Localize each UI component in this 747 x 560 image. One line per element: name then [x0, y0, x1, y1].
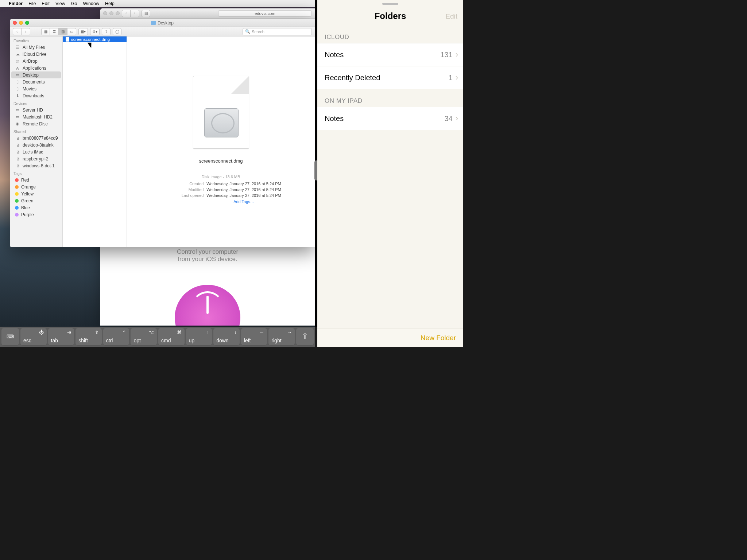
tags-button[interactable]: ◯ [113, 28, 121, 35]
view-icons-button[interactable]: ▦ [41, 28, 50, 35]
preview-meta-row: CreatedWednesday, January 27, 2016 at 5:… [160, 181, 281, 187]
file-row[interactable]: screensconnect.dmg [63, 36, 127, 42]
airdrop-icon: ◎ [15, 59, 20, 63]
disk-icon: ▭ [15, 115, 20, 119]
sidebar-item-documents[interactable]: ▯Documents [10, 78, 62, 85]
sidebar-item-all-my-files[interactable]: ☰All My Files [10, 44, 62, 51]
zoom-icon[interactable] [25, 21, 29, 25]
sidebar-item-macintosh-hd2[interactable]: ▭Macintosh HD2 [10, 113, 62, 120]
key-right[interactable]: →right [268, 328, 295, 346]
finder-titlebar[interactable]: Desktop [10, 19, 315, 27]
sidebar-shared-item[interactable]: 🖥raspberrypi-2 [10, 155, 62, 162]
disk-icon: ▭ [15, 108, 20, 112]
sidebar-shared-item[interactable]: 🖥Luc's iMac [10, 148, 62, 155]
drag-handle-icon[interactable] [382, 3, 398, 5]
menu-help[interactable]: Help [105, 1, 115, 6]
tag-dot-icon [15, 206, 19, 210]
new-folder-button[interactable]: New Folder [421, 334, 456, 342]
arrange-button[interactable]: ▦▾ [78, 28, 88, 35]
key-left[interactable]: ←left [241, 328, 267, 346]
safari-sidebar-button[interactable]: ▤ [142, 10, 150, 17]
key-esc[interactable]: ⏻esc [20, 328, 47, 346]
sidebar-shared-item[interactable]: 🖥windows-8-dot-1 [10, 162, 62, 169]
key-shift[interactable]: ⇧shift [76, 328, 102, 346]
safari-back-button[interactable]: ‹ [122, 10, 131, 17]
view-gallery-button[interactable]: ▭ [67, 28, 76, 35]
notes-folder-row[interactable]: Notes131› [317, 43, 463, 66]
sidebar-item-applications[interactable]: AApplications [10, 65, 62, 71]
sidebar-item-downloads[interactable]: ⬇Downloads [10, 92, 62, 99]
documents-icon: ▯ [15, 80, 20, 84]
menu-view[interactable]: View [55, 1, 65, 6]
app-name[interactable]: Finder [9, 1, 23, 6]
keyboard-toggle-button[interactable]: ⌨ [1, 328, 19, 346]
view-columns-button[interactable]: ▥ [59, 28, 67, 35]
safari-forward-button[interactable]: › [131, 10, 139, 17]
notes-header: Folders Edit [317, 0, 463, 26]
minimize-icon[interactable] [19, 21, 23, 25]
keyboard-icon: ⌨ [7, 334, 14, 339]
sb-favorites-header: Favorites [10, 36, 62, 44]
finder-sidebar: Favorites ☰All My Files ☁iCloud Drive ◎A… [10, 36, 63, 247]
chevron-right-icon: › [456, 114, 458, 123]
safari-address-bar[interactable]: edovia.com [218, 10, 312, 17]
menu-file[interactable]: File [28, 1, 36, 6]
sidebar-item-airdrop[interactable]: ◎AirDrop [10, 58, 62, 65]
sidebar-tag-item[interactable]: Orange [10, 183, 62, 190]
preview-meta-row: ModifiedWednesday, January 27, 2016 at 5… [160, 187, 281, 193]
share-key[interactable]: ⇧ [296, 328, 314, 346]
sidebar-tag-item[interactable]: Blue [10, 204, 62, 211]
all-my-files-icon: ☰ [15, 45, 20, 50]
tag-dot-icon [15, 192, 19, 196]
airplay-icon [175, 285, 240, 326]
key-ctrl[interactable]: ⌃ctrl [103, 328, 129, 346]
key-cmd[interactable]: ⌘cmd [158, 328, 185, 346]
applications-icon: A [15, 66, 20, 70]
notes-title: Folders [375, 11, 406, 21]
finder-column: screensconnect.dmg [63, 36, 127, 247]
movies-icon: ▯ [15, 87, 20, 91]
icloud-icon: ☁ [15, 52, 20, 57]
document-icon [66, 37, 69, 42]
chevron-right-icon: › [456, 73, 458, 82]
preview-filename: screensconnect.dmg [199, 158, 243, 164]
key-up[interactable]: ↑up [186, 328, 212, 346]
sidebar-item-movies[interactable]: ▯Movies [10, 85, 62, 92]
key-down[interactable]: ↓down [213, 328, 240, 346]
edit-button[interactable]: Edit [445, 12, 457, 20]
back-button[interactable]: ‹ [13, 28, 22, 35]
folder-icon [151, 21, 156, 25]
share-button[interactable]: ⇧ [102, 28, 111, 35]
sidebar-tag-item[interactable]: Purple [10, 211, 62, 218]
finder-preview: screensconnect.dmg Disk Image - 13.6 MB … [127, 36, 315, 247]
sidebar-tag-item[interactable]: Green [10, 197, 62, 204]
menu-go[interactable]: Go [71, 1, 77, 6]
forward-button[interactable]: › [22, 28, 30, 35]
safari-traffic-lights[interactable] [103, 11, 120, 15]
sidebar-item-desktop[interactable]: ▭Desktop [11, 71, 61, 78]
computer-icon: 🖥 [15, 164, 20, 168]
menu-window[interactable]: Window [83, 1, 99, 6]
sidebar-shared-item[interactable]: 🖥brn008077e84cd9 [10, 135, 62, 141]
sidebar-tag-item[interactable]: Red [10, 176, 62, 183]
key-opt[interactable]: ⌥opt [131, 328, 157, 346]
notes-folder-row[interactable]: Notes34› [317, 107, 463, 130]
sidebar-item-server-hd[interactable]: ▭Server HD [10, 106, 62, 113]
sidebar-tag-item[interactable]: Yellow [10, 190, 62, 197]
key-tab[interactable]: ⇥tab [48, 328, 74, 346]
finder-search[interactable]: 🔍Search [243, 28, 312, 35]
finder-toolbar: ‹› ▦ ≣ ▥ ▭ ▦▾ ⚙▾ ⇧ ◯ 🔍Search [10, 27, 315, 36]
view-list-button[interactable]: ≣ [50, 28, 59, 35]
menubar: Finder File Edit View Go Window Help [0, 0, 315, 7]
close-icon[interactable] [13, 21, 17, 25]
page-tagline-1: Control your computer [100, 248, 315, 256]
sidebar-item-remote-disc[interactable]: ◉Remote Disc [10, 120, 62, 127]
preview-meta-row: Last openedWednesday, January 27, 2016 a… [160, 193, 281, 199]
notes-folder-row[interactable]: Recently Deleted1› [317, 66, 463, 89]
add-tags-link[interactable]: Add Tags… [187, 199, 254, 204]
menu-edit[interactable]: Edit [42, 1, 50, 6]
sidebar-item-icloud[interactable]: ☁iCloud Drive [10, 51, 62, 58]
action-button[interactable]: ⚙▾ [90, 28, 100, 35]
sidebar-shared-item[interactable]: 🖥desktop-8taalnk [10, 141, 62, 148]
finder-window: Desktop ‹› ▦ ≣ ▥ ▭ ▦▾ ⚙▾ ⇧ ◯ 🔍Search Fav… [10, 19, 315, 247]
